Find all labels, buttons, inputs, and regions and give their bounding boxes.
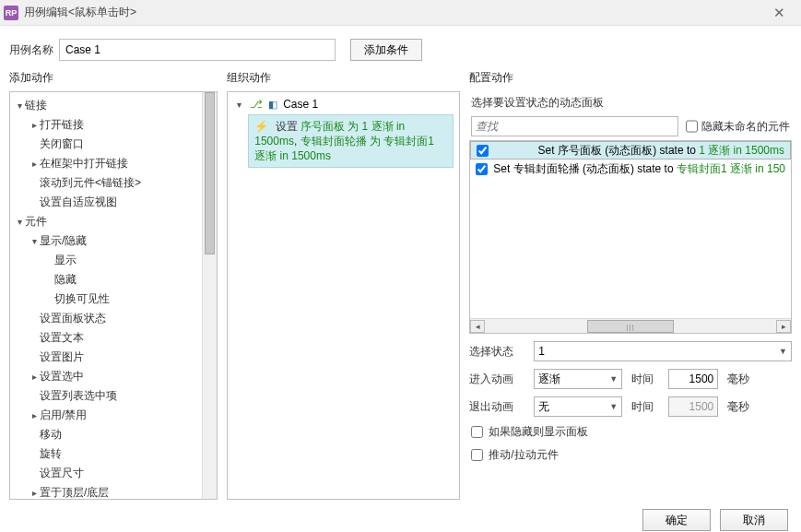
tree-item-label: 设置选中 bbox=[40, 369, 84, 384]
list-hscrollbar[interactable]: ◂ ||| ▸ bbox=[470, 318, 791, 333]
tree-item-label: 设置自适应视图 bbox=[40, 195, 117, 210]
chevron-right-icon[interactable]: ▸ bbox=[29, 488, 40, 498]
tree-item-label: 移动 bbox=[40, 427, 62, 443]
action-tree: ▾链接▸打开链接关闭窗口▸在框架中打开链接滚动到元件<锚链接>设置自适应视图▾元… bbox=[9, 91, 218, 500]
tree-item-label: 设置列表选中项 bbox=[40, 388, 117, 404]
state-label: 选择状态 bbox=[469, 344, 524, 360]
case-name-row: 用例名称 添加条件 bbox=[0, 26, 801, 70]
title-bar: RP 用例编辑<鼠标单击时> ✕ bbox=[0, 0, 801, 26]
tree-item[interactable]: 旋转 bbox=[10, 444, 217, 464]
hide-unnamed-check[interactable] bbox=[686, 116, 698, 136]
window-title: 用例编辑<鼠标单击时> bbox=[24, 5, 760, 20]
chevron-down-icon: ▼ bbox=[609, 374, 618, 384]
cancel-button[interactable]: 取消 bbox=[720, 509, 788, 531]
case-node[interactable]: ▾ ⎇ ◧ Case 1 bbox=[231, 96, 455, 112]
chevron-down-icon[interactable]: ▾ bbox=[29, 236, 40, 246]
tree-item-label: 设置文本 bbox=[40, 330, 84, 346]
tree-item[interactable]: ▸设置选中 bbox=[10, 367, 217, 386]
list-item-checkbox[interactable] bbox=[476, 163, 488, 175]
time-in-input[interactable] bbox=[668, 369, 718, 389]
tree-item-label: 显示 bbox=[54, 253, 77, 268]
chevron-right-icon[interactable]: ▸ bbox=[29, 410, 40, 420]
tree-item-label: 切换可见性 bbox=[54, 291, 110, 307]
tree-item[interactable]: 滚动到元件<锚链接> bbox=[10, 173, 217, 193]
anim-out-select[interactable]: 无 ▼ bbox=[534, 396, 622, 417]
scroll-right-icon[interactable]: ▸ bbox=[776, 320, 791, 333]
tree-item[interactable]: ▾链接 bbox=[10, 96, 217, 115]
list-item[interactable]: Set 序号面板 (动态面板) state to 1 逐渐 in 1500ms bbox=[470, 141, 791, 160]
pick-panel-label: 选择要设置状态的动态面板 bbox=[469, 91, 792, 114]
close-icon[interactable]: ✕ bbox=[760, 5, 797, 21]
tree-item-label: 设置图片 bbox=[40, 349, 84, 365]
action-item[interactable]: ⚡ 设置 序号面板 为 1 逐渐 in 1500ms, 专辑封面轮播 为 专辑封… bbox=[248, 114, 454, 168]
case-name-input[interactable] bbox=[59, 39, 336, 61]
case-name-label: 用例名称 bbox=[9, 42, 53, 58]
tree-item-label: 显示/隐藏 bbox=[40, 233, 87, 249]
dialog-footer: 确定 取消 bbox=[0, 503, 801, 532]
mid-header: 组织动作 bbox=[227, 70, 460, 91]
show-if-hidden-label: 如果隐藏则显示面板 bbox=[489, 424, 588, 440]
tree-item[interactable]: 设置面板状态 bbox=[10, 309, 217, 328]
tree-item-label: 隐藏 bbox=[54, 272, 77, 288]
case-actions-panel: ▾ ⎇ ◧ Case 1 ⚡ 设置 序号面板 为 1 逐渐 in 1500ms,… bbox=[227, 91, 460, 500]
chevron-right-icon[interactable]: ▸ bbox=[29, 159, 40, 169]
case-type-icon: ◧ bbox=[268, 99, 277, 111]
chevron-down-icon: ▼ bbox=[779, 347, 787, 356]
push-pull-checkbox[interactable] bbox=[471, 449, 483, 461]
chevron-down-icon[interactable]: ▾ bbox=[14, 217, 25, 227]
chevron-down-icon: ▾ bbox=[233, 100, 244, 110]
tree-item[interactable]: 移动 bbox=[10, 425, 217, 444]
ok-button[interactable]: 确定 bbox=[642, 509, 711, 531]
ms-unit: 毫秒 bbox=[727, 399, 749, 415]
list-item-text: Set 序号面板 (动态面板) state to 1 逐渐 in 1500ms bbox=[538, 143, 784, 159]
tree-item[interactable]: 设置尺寸 bbox=[10, 464, 217, 483]
hide-unnamed-checkbox[interactable]: 隐藏未命名的元件 bbox=[686, 116, 790, 136]
tree-item-label: 链接 bbox=[25, 98, 47, 113]
tree-item-label: 滚动到元件<锚链接> bbox=[40, 175, 141, 191]
tree-item[interactable]: ▾元件 bbox=[10, 212, 217, 231]
tree-item[interactable]: 设置列表选中项 bbox=[10, 386, 217, 406]
tree-item[interactable]: ▸在框架中打开链接 bbox=[10, 154, 217, 173]
tree-item[interactable]: 设置文本 bbox=[10, 328, 217, 348]
right-header: 配置动作 bbox=[469, 70, 792, 91]
tree-item[interactable]: 隐藏 bbox=[10, 270, 217, 290]
tree-item-label: 旋转 bbox=[40, 446, 62, 462]
tree-item[interactable]: ▸打开链接 bbox=[10, 115, 217, 135]
scroll-left-icon[interactable]: ◂ bbox=[470, 320, 485, 333]
tree-item-label: 设置面板状态 bbox=[40, 311, 106, 326]
tree-item[interactable]: 切换可见性 bbox=[10, 290, 217, 309]
configure-panel: 选择要设置状态的动态面板 隐藏未命名的元件 Set 序号面板 (动态面板) st… bbox=[469, 91, 792, 500]
tree-item[interactable]: ▸启用/禁用 bbox=[10, 406, 217, 425]
add-condition-button[interactable]: 添加条件 bbox=[350, 39, 422, 61]
time-out-input bbox=[668, 396, 718, 417]
tree-item[interactable]: 设置图片 bbox=[10, 348, 217, 367]
time-out-label: 时间 bbox=[631, 399, 659, 415]
tree-item[interactable]: ▸置于顶层/底层 bbox=[10, 483, 217, 500]
tree-item-label: 在框架中打开链接 bbox=[40, 156, 128, 171]
left-header: 添加动作 bbox=[9, 70, 218, 91]
list-item-checkbox[interactable] bbox=[477, 145, 489, 157]
chevron-right-icon[interactable]: ▸ bbox=[29, 372, 40, 382]
tree-item[interactable]: ▾显示/隐藏 bbox=[10, 231, 217, 251]
show-if-hidden-checkbox[interactable] bbox=[471, 426, 483, 438]
tree-item-label: 启用/禁用 bbox=[40, 408, 87, 423]
case-label: Case 1 bbox=[283, 98, 318, 111]
list-item[interactable]: Set 专辑封面轮播 (动态面板) state to 专辑封面1 逐渐 in 1… bbox=[470, 160, 791, 178]
tree-item[interactable]: 设置自适应视图 bbox=[10, 193, 217, 212]
push-pull-label: 推动/拉动元件 bbox=[489, 447, 558, 463]
search-input[interactable] bbox=[471, 116, 678, 136]
tree-scrollbar[interactable] bbox=[202, 92, 217, 499]
ms-unit: 毫秒 bbox=[727, 372, 749, 387]
tree-item-label: 关闭窗口 bbox=[40, 136, 84, 152]
tree-item-label: 设置尺寸 bbox=[40, 466, 84, 481]
tree-item[interactable]: 显示 bbox=[10, 251, 217, 270]
case-icon: ⎇ bbox=[250, 98, 263, 111]
chevron-right-icon[interactable]: ▸ bbox=[29, 120, 40, 130]
anim-in-select[interactable]: 逐渐 ▼ bbox=[534, 369, 622, 389]
tree-item[interactable]: 关闭窗口 bbox=[10, 135, 217, 154]
dynamic-panel-list: Set 序号面板 (动态面板) state to 1 逐渐 in 1500msS… bbox=[469, 140, 792, 334]
state-select[interactable]: 1 ▼ bbox=[534, 341, 792, 361]
tree-item-label: 打开链接 bbox=[40, 117, 84, 133]
list-item-text: Set 专辑封面轮播 (动态面板) state to 专辑封面1 逐渐 in 1… bbox=[493, 161, 785, 177]
chevron-down-icon[interactable]: ▾ bbox=[14, 100, 25, 111]
